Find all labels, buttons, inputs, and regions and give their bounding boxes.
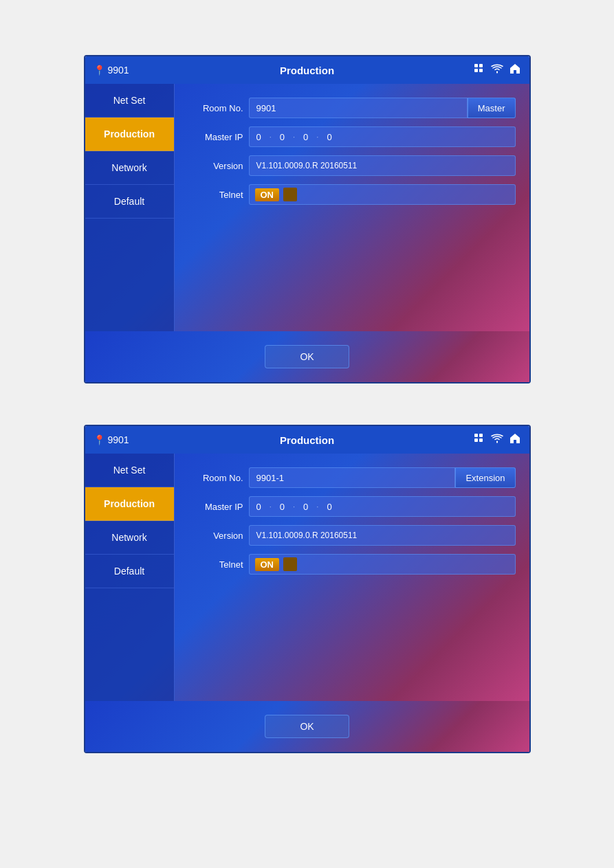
header-room-1: 9901	[108, 65, 129, 76]
wifi-icon-1[interactable]	[491, 64, 503, 76]
form-area-2: Room No. Extension Master IP 0 · 0 · 0	[175, 454, 529, 701]
telnet-square-1	[283, 188, 297, 201]
extension-btn-2[interactable]: Extension	[455, 467, 515, 488]
header-2: 📍 9901 Production	[85, 426, 529, 454]
sidebar-item-network-1[interactable]: Network	[85, 151, 174, 185]
svg-rect-0	[474, 64, 478, 67]
svg-rect-5	[474, 434, 478, 437]
master-ip-row-2: Master IP 0 · 0 · 0 · 0	[188, 496, 516, 517]
svg-rect-1	[479, 64, 483, 67]
header-icons-2	[473, 432, 521, 447]
master-ip-input-1[interactable]: 0 · 0 · 0 · 0	[249, 126, 516, 147]
pin-icon-2: 📍	[94, 434, 105, 445]
version-label-1: Version	[188, 161, 243, 171]
user-icon-1[interactable]	[473, 63, 485, 78]
telnet-label-1: Telnet	[188, 190, 243, 200]
room-no-input-group-1: Master	[249, 98, 516, 118]
room-no-label-1: Room No.	[188, 103, 243, 113]
sidebar-2: Net Set Production Network Default	[85, 454, 175, 701]
header-icons-1	[473, 63, 521, 78]
ip-seg-1-1: 0	[280, 132, 285, 142]
version-label-2: Version	[188, 531, 243, 541]
header-1: 📍 9901 Production	[85, 56, 529, 84]
telnet-label-2: Telnet	[188, 559, 243, 570]
version-input-2: V1.101.0009.0.R 20160511	[249, 525, 516, 546]
telnet-square-2	[283, 557, 297, 571]
room-no-input-group-2: Extension	[249, 467, 516, 488]
version-row-2: Version V1.101.0009.0.R 20160511	[188, 525, 516, 546]
sidebar-item-default-2[interactable]: Default	[85, 555, 174, 588]
master-btn-1[interactable]: Master	[468, 98, 516, 118]
ip-seg-3-2: 0	[327, 502, 331, 512]
master-ip-label-2: Master IP	[188, 502, 243, 512]
sidebar-item-production-2[interactable]: Production	[85, 487, 174, 521]
svg-rect-7	[474, 438, 478, 442]
main-content-1: Net Set Production Network Default Room …	[85, 84, 529, 331]
header-title-2: Production	[280, 434, 334, 446]
device-screen-1: 📍 9901 Production	[84, 55, 531, 383]
wifi-icon-2[interactable]	[491, 434, 503, 446]
master-ip-row-1: Master IP 0 · 0 · 0 · 0	[188, 126, 516, 147]
telnet-on-1: ON	[255, 188, 280, 201]
ip-seg-3-1: 0	[327, 132, 331, 142]
room-no-input-1[interactable]	[249, 98, 468, 118]
ip-seg-2-2: 0	[303, 502, 308, 512]
home-icon-1[interactable]	[509, 63, 521, 78]
version-input-1: V1.101.0009.0.R 20160511	[249, 155, 516, 176]
ip-seg-2-1: 0	[303, 132, 308, 142]
ok-btn-2[interactable]: OK	[265, 715, 349, 738]
svg-rect-8	[479, 438, 483, 442]
user-icon-2[interactable]	[473, 432, 485, 447]
sidebar-item-production-1[interactable]: Production	[85, 118, 174, 151]
telnet-toggle-1[interactable]: ON	[249, 184, 516, 205]
ok-btn-1[interactable]: OK	[265, 345, 349, 368]
header-title-1: Production	[280, 65, 334, 76]
version-row-1: Version V1.101.0009.0.R 20160511	[188, 155, 516, 176]
telnet-on-2: ON	[255, 558, 280, 571]
main-content-2: Net Set Production Network Default Room …	[85, 454, 529, 701]
version-value-1: V1.101.0009.0.R 20160511	[256, 161, 358, 170]
telnet-row-2: Telnet ON	[188, 554, 516, 575]
svg-rect-3	[479, 69, 483, 72]
home-icon-2[interactable]	[509, 432, 521, 447]
ip-seg-1-2: 0	[280, 502, 285, 512]
master-ip-input-2[interactable]: 0 · 0 · 0 · 0	[249, 496, 516, 517]
ip-seg-0-1: 0	[256, 132, 261, 142]
sidebar-item-default-1[interactable]: Default	[85, 185, 174, 219]
room-no-label-2: Room No.	[188, 473, 243, 483]
ok-area-2: OK	[85, 701, 529, 752]
device-screen-2: 📍 9901 Production	[84, 425, 531, 753]
telnet-row-1: Telnet ON	[188, 184, 516, 205]
header-left-2: 📍 9901	[94, 434, 129, 445]
room-no-row-1: Room No. Master	[188, 98, 516, 118]
svg-rect-6	[479, 434, 483, 437]
ip-seg-0-2: 0	[256, 502, 261, 512]
header-left-1: 📍 9901	[94, 65, 129, 76]
room-no-row-2: Room No. Extension	[188, 467, 516, 488]
ok-area-1: OK	[85, 331, 529, 382]
version-value-2: V1.101.0009.0.R 20160511	[256, 531, 358, 540]
svg-point-4	[496, 71, 498, 73]
sidebar-item-netset-1[interactable]: Net Set	[85, 84, 174, 118]
telnet-toggle-2[interactable]: ON	[249, 554, 516, 575]
header-room-2: 9901	[108, 434, 129, 445]
svg-rect-2	[474, 69, 478, 72]
room-no-input-2[interactable]	[249, 467, 456, 488]
master-ip-label-1: Master IP	[188, 132, 243, 142]
svg-point-9	[496, 441, 498, 443]
form-area-1: Room No. Master Master IP 0 · 0 · 0	[175, 84, 529, 331]
sidebar-item-netset-2[interactable]: Net Set	[85, 454, 174, 487]
sidebar-item-network-2[interactable]: Network	[85, 521, 174, 555]
pin-icon-1: 📍	[94, 65, 105, 76]
sidebar-1: Net Set Production Network Default	[85, 84, 175, 331]
